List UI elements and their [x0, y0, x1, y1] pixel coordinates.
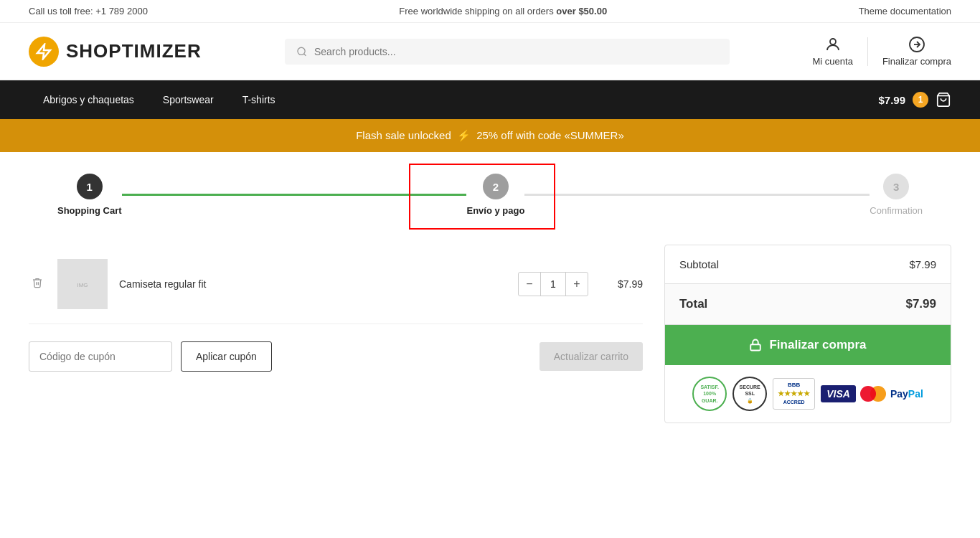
step-1-number: 1 [77, 174, 103, 199]
connector-2-3 [524, 194, 870, 196]
quantity-control: − 1 + [518, 272, 588, 296]
header: SHOPTIMIZER Mi cuenta Finalizar compra [0, 23, 980, 80]
trust-badges: SATISF.100%GUAR. SECURESSL🔒 BBB★★★★★ACCR… [665, 365, 951, 423]
search-input[interactable] [314, 46, 718, 57]
cart-section: IMG Camiseta regular fit − 1 + $7.99 Apl… [29, 245, 643, 389]
step-3-label: Confirmation [870, 205, 923, 216]
divider [867, 37, 868, 66]
top-bar-phone: Call us toll free: +1 789 2000 [29, 6, 148, 16]
top-bar: Call us toll free: +1 789 2000 Free worl… [0, 0, 980, 23]
total-label: Total [679, 297, 707, 311]
header-actions: Mi cuenta Finalizar compra [813, 36, 951, 67]
cart-item-image: IMG [57, 259, 108, 309]
secure-badge: SECURESSL🔒 [732, 377, 767, 411]
flash-text-suffix: 25% off with code «SUMMER» [476, 129, 624, 141]
step-3-number: 3 [883, 174, 909, 199]
svg-point-3 [830, 39, 836, 44]
search-bar[interactable] [285, 39, 730, 65]
satisfaction-badge: SATISF.100%GUAR. [692, 377, 727, 411]
subtotal-row: Subtotal $7.99 [665, 245, 951, 284]
nav-cart-badge: 1 [913, 92, 928, 108]
checkout-button[interactable]: Finalizar compra [665, 325, 951, 365]
summary-box: Subtotal $7.99 Total $7.99 Finalizar com… [664, 245, 951, 423]
nav-cart[interactable]: $7.99 1 [878, 80, 951, 119]
update-cart-button[interactable]: Actualizar carrito [540, 342, 643, 371]
connector-1-2 [122, 194, 467, 196]
step-3: 3 Confirmation [870, 174, 923, 216]
nav: Abrigos y chaquetas Sportswear T-shirts … [0, 80, 980, 119]
logo-text: SHOPTIMIZER [66, 40, 202, 62]
flash-text-prefix: Flash sale unlocked [356, 129, 451, 141]
mastercard-logo [860, 386, 886, 402]
subtotal-label: Subtotal [679, 258, 719, 270]
svg-rect-9 [751, 344, 761, 350]
checkout-button[interactable]: Finalizar compra [882, 36, 951, 67]
checkout-steps: 1 Shopping Cart 2 Envío y pago 3 Confirm… [0, 152, 980, 230]
nav-link-abrigos[interactable]: Abrigos y chaquetas [29, 82, 149, 117]
qty-increase-button[interactable]: + [566, 273, 588, 296]
qty-decrease-button[interactable]: − [519, 273, 540, 296]
cart-item-price: $7.99 [600, 278, 643, 290]
account-icon [824, 36, 842, 53]
lightning-icon: ⚡ [457, 129, 471, 141]
svg-text:IMG: IMG [77, 282, 88, 288]
subtotal-value: $7.99 [909, 258, 936, 270]
nav-links: Abrigos y chaquetas Sportswear T-shirts [29, 82, 290, 117]
account-label: Mi cuenta [813, 56, 853, 67]
checkout-btn-label: Finalizar compra [769, 338, 866, 352]
cart-icon [936, 92, 951, 108]
step-2: 2 Envío y pago [466, 174, 524, 216]
account-button[interactable]: Mi cuenta [813, 36, 853, 67]
visa-logo: VISA [821, 385, 856, 402]
logo-icon [29, 37, 59, 67]
step-1: 1 Shopping Cart [57, 174, 122, 216]
delete-item-button[interactable] [29, 274, 46, 294]
cart-item-name: Camiseta regular fit [119, 278, 507, 290]
top-bar-shipping: Free worldwide shipping on all orders ov… [399, 6, 607, 16]
cart-item: IMG Camiseta regular fit − 1 + $7.99 [29, 245, 643, 324]
total-row: Total $7.99 [665, 284, 951, 325]
search-icon [296, 46, 307, 57]
coupon-row: Aplicar cupón Actualizar carrito [29, 324, 643, 389]
paypal-logo: PayPal [890, 388, 923, 400]
nav-cart-price: $7.99 [878, 94, 905, 106]
logo[interactable]: SHOPTIMIZER [29, 37, 202, 67]
apply-coupon-button[interactable]: Aplicar cupón [181, 341, 272, 372]
svg-point-1 [298, 47, 305, 55]
svg-line-2 [303, 53, 306, 55]
main-content: IMG Camiseta regular fit − 1 + $7.99 Apl… [0, 230, 980, 452]
bbb-badge: BBB★★★★★ACCRED [773, 378, 815, 410]
svg-marker-0 [37, 44, 50, 59]
payment-logos: VISA PayPal [821, 385, 923, 402]
step-2-label: Envío y pago [466, 205, 524, 216]
step-1-label: Shopping Cart [57, 205, 122, 216]
flash-banner: Flash sale unlocked ⚡ 25% off with code … [0, 119, 980, 152]
lock-icon [749, 339, 762, 351]
checkout-icon [908, 36, 925, 53]
top-bar-docs[interactable]: Theme documentation [859, 6, 951, 16]
coupon-input[interactable] [29, 341, 172, 372]
step-2-number: 2 [483, 174, 509, 199]
checkout-label: Finalizar compra [882, 56, 951, 67]
total-value: $7.99 [905, 297, 936, 311]
nav-link-tshirts[interactable]: T-shirts [228, 82, 290, 117]
nav-link-sportswear[interactable]: Sportswear [149, 82, 228, 117]
qty-value: 1 [540, 273, 566, 296]
